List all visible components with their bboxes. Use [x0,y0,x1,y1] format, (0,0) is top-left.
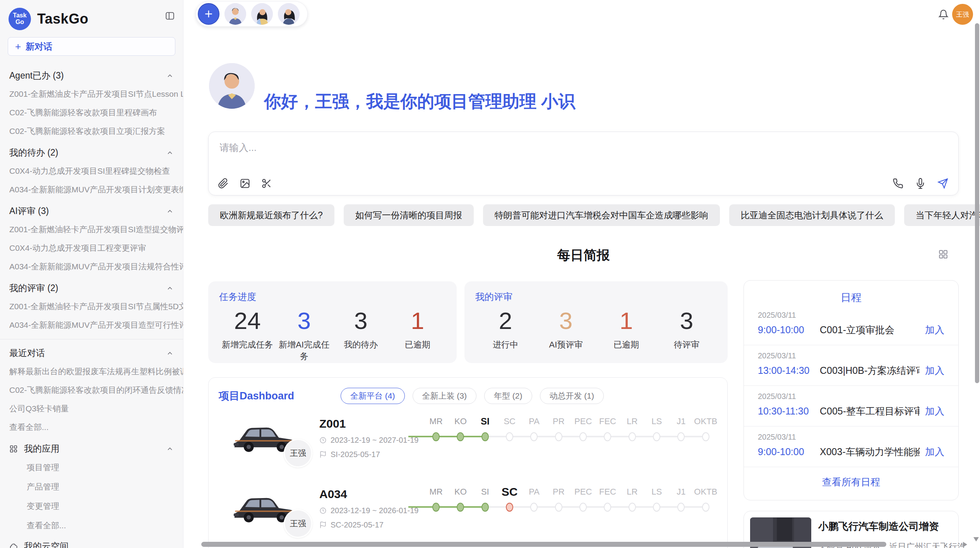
milestone-label: PR [547,416,571,427]
suggestion-chip[interactable]: 比亚迪全固态电池计划具体说了什么 [729,204,895,226]
suggestion-chips: 欧洲新规最近颁布了什么? 如何写一份清晰的项目周报 特朗普可能对进口汽车增税会对… [208,204,959,226]
list-item[interactable]: C02-飞腾新能源轻客改款项目里程碑画布 [0,103,183,122]
tab-new-body[interactable]: 全新上装 (3) [413,388,477,404]
chevron-up-icon[interactable] [166,207,174,215]
horizontal-scrollbar[interactable] [201,542,886,547]
milestone-label: J1 [669,416,693,427]
section-ai-review[interactable]: AI评审 (3) [0,199,183,220]
tab-new-platform[interactable]: 全新平台 (4) [341,388,405,404]
chevron-up-icon[interactable] [166,149,174,157]
join-button[interactable]: 加入 [925,405,944,418]
suggestion-chip[interactable]: 欧洲新规最近颁布了什么? [208,204,334,226]
flag-icon [319,521,327,529]
vertical-scrollbar[interactable] [975,23,979,383]
chevron-up-icon[interactable] [166,445,174,453]
chevron-up-icon[interactable] [166,284,174,292]
stat-value: 2 [475,307,536,334]
list-item[interactable]: 公司Q3轻卡销量 [0,399,183,418]
app-logo-top: Task [13,12,26,19]
list-item[interactable]: A034-全新新能源MUV产品开发项目法规符合性评审 [0,257,183,276]
paperclip-icon[interactable] [218,178,229,189]
schedule-date: 2025/03/11 [758,351,944,360]
collapse-sidebar-icon[interactable] [164,11,175,21]
send-icon[interactable] [937,178,948,189]
schedule-item: 2025/03/11 10:30-11:30 C005-整车工程目标评审 加入 [744,386,958,426]
user-avatar[interactable]: 王强 [952,4,973,25]
project-date-range: 2023-12-19 ~ 2027-01-19 [319,436,420,445]
stat-label: AI预评审 [536,339,596,351]
scissors-icon[interactable] [261,178,272,189]
sidebar-item-product-mgmt[interactable]: 产品管理 [0,477,183,497]
scroll-right-arrow-icon[interactable] [963,542,967,547]
image-icon[interactable] [240,178,250,189]
app-logo-bottom: Go [15,19,24,26]
clock-icon [319,507,327,514]
milestone-label: FEC [595,486,620,498]
stat-in-progress: 2 进行中 [475,307,536,351]
phone-icon[interactable] [893,178,903,189]
sidebar: Task Go TaskGo + 新对话 Agent已办 (3) Z001-全新… [0,0,183,548]
mic-icon[interactable] [915,178,926,189]
view-all-apps[interactable]: 查看全部... [0,516,183,535]
list-item[interactable]: C02-飞腾新能源轻客改款项目立项汇报方案 [0,122,183,140]
stat-value: 24 [219,307,276,334]
stat-label: 进行中 [475,339,536,351]
chat-input[interactable] [219,142,839,153]
join-button[interactable]: 加入 [925,364,944,377]
list-item[interactable]: A034-全新新能源MUV产品开发项目计划变更表编写 [0,180,183,199]
card-title: 任务进度 [219,291,446,303]
section-recent-chats[interactable]: 最近对话 [0,341,183,362]
bell-icon[interactable] [938,9,949,20]
agent-avatar-bar [195,1,308,27]
stat-new-ai-done: 3 新增AI完成任务 [276,307,333,362]
sidebar-item-change-mgmt[interactable]: 变更管理 [0,497,183,516]
view-all-schedule[interactable]: 查看所有日程 [744,476,958,488]
agent-avatar-2[interactable] [251,3,273,25]
list-item[interactable]: C02-飞腾新能源轻客改款项目的闭环通告反馈情况 [0,381,183,399]
suggestion-chip[interactable]: 当下年轻人对汽车外观有怎样的喜好趋势 [904,204,980,226]
chevron-up-icon[interactable] [166,72,174,80]
project-owner-avatar: 王强 [284,439,312,468]
suggestion-chip[interactable]: 如何写一份清晰的项目周报 [344,204,474,226]
list-item[interactable]: C0X4-动力总成开发项目工程变更评审 [0,239,183,257]
cloud-space-label: 我的云空间 [24,540,69,548]
schedule-date: 2025/03/11 [758,392,944,401]
layout-grid-icon[interactable] [938,249,948,259]
sidebar-item-my-apps[interactable]: 我的应用 [0,437,183,458]
add-agent-button[interactable] [198,3,219,25]
schedule-time: 13:00-14:30 [758,365,820,376]
agent-avatar-1[interactable] [224,3,246,25]
new-chat-button[interactable]: + 新对话 [8,37,175,56]
sidebar-item-cloud-space[interactable]: 我的云空间 [0,535,183,548]
project-row[interactable]: 王强 Z001 2023-12-19 ~ 2027-01-19 SI-2025-… [219,413,717,474]
section-my-review[interactable]: 我的评审 (2) [0,276,183,297]
join-button[interactable]: 加入 [925,445,944,458]
list-item[interactable]: 解释最新出台的欧盟报废车法规再生塑料比例被调至15%... [0,362,183,381]
schedule-time: 9:00-10:00 [758,324,820,336]
milestone-label: J1 [669,486,693,498]
suggestion-chip[interactable]: 特朗普可能对进口汽车增税会对中国车企造成哪些影响 [483,204,720,226]
chevron-up-icon[interactable] [166,349,174,357]
tab-year-model[interactable]: 年型 (2) [484,388,532,404]
list-item[interactable]: A034-全新新能源MUV产品开发项目造型可行性评审 [0,316,183,334]
sidebar-item-project-mgmt[interactable]: 项目管理 [0,458,183,477]
milestone-dot [694,430,718,443]
join-button[interactable]: 加入 [925,324,944,336]
project-row[interactable]: 王强 A034 2023-12-19 ~ 2026-01-19 SC-2025-… [219,484,717,545]
agent-avatar-3[interactable] [278,3,300,25]
schedule-time: 9:00-10:00 [758,446,820,457]
list-item[interactable]: C0X4-动力总成开发项目SI里程碑提交物检查 [0,162,183,180]
list-item[interactable]: Z001-全新燃油轻卡产品开发项目SI节点属性5D文件评审 [0,297,183,316]
section-agent-done[interactable]: Agent已办 (3) [0,63,183,85]
schedule-name: C003|H0B-方案冻结评审 [820,364,920,377]
tab-powertrain[interactable]: 动总开发 (1) [540,388,604,404]
stat-value: 1 [389,307,446,334]
section-my-todo[interactable]: 我的待办 (2) [0,140,183,162]
list-item[interactable]: Z001-全新燃油轻卡产品开发项目SI造型提交物评审 [0,220,183,239]
schedule-name: X003-车辆动力学性能验... [820,445,920,458]
scroll-down-arrow-icon[interactable] [973,537,979,541]
assistant-avatar [209,63,255,109]
greeting-text: 你好，王强，我是你的项目管理助理 小识 [264,90,575,113]
view-all-chats[interactable]: 查看全部... [0,418,183,437]
list-item[interactable]: Z001-全新燃油皮卡产品开发项目SI节点Lesson Learn报告 [0,85,183,103]
